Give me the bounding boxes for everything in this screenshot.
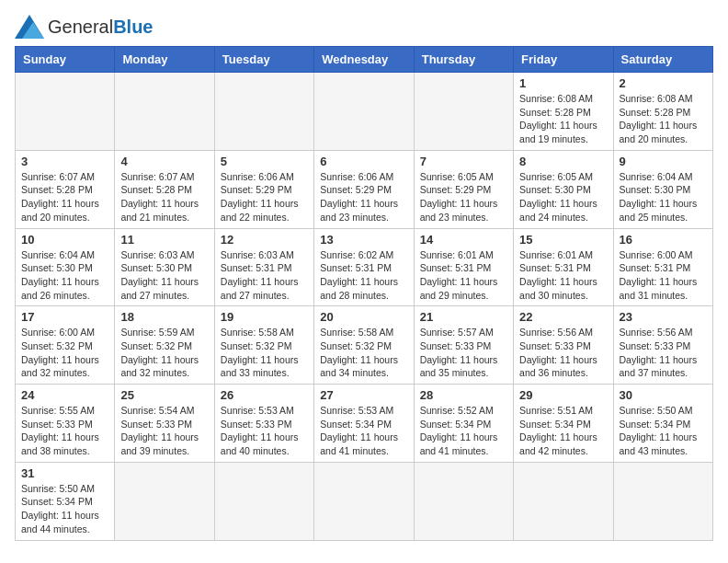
calendar-day-cell <box>16 73 115 151</box>
day-info: Sunrise: 6:01 AM Sunset: 5:31 PM Dayligh… <box>420 248 507 303</box>
day-number: 23 <box>620 310 707 324</box>
day-info: Sunrise: 5:51 AM Sunset: 5:34 PM Dayligh… <box>519 404 607 458</box>
calendar-day-cell: 11Sunrise: 6:03 AM Sunset: 5:30 PM Dayli… <box>115 228 214 306</box>
day-number: 13 <box>320 233 407 247</box>
calendar-day-cell: 12Sunrise: 6:03 AM Sunset: 5:31 PM Dayli… <box>214 228 313 306</box>
day-number: 31 <box>21 466 108 480</box>
day-number: 19 <box>221 310 308 324</box>
day-info: Sunrise: 5:55 AM Sunset: 5:33 PM Dayligh… <box>21 404 108 458</box>
calendar-day-cell: 20Sunrise: 5:58 AM Sunset: 5:32 PM Dayli… <box>314 306 414 385</box>
calendar-day-cell: 26Sunrise: 5:53 AM Sunset: 5:33 PM Dayli… <box>214 385 313 463</box>
day-info: Sunrise: 6:04 AM Sunset: 5:30 PM Dayligh… <box>21 248 108 303</box>
page-header: GeneralBlue <box>15 15 713 39</box>
logo-text: GeneralBlue <box>48 17 154 38</box>
day-info: Sunrise: 5:54 AM Sunset: 5:33 PM Dayligh… <box>120 404 208 458</box>
day-info: Sunrise: 6:00 AM Sunset: 5:32 PM Dayligh… <box>21 326 108 380</box>
day-info: Sunrise: 5:50 AM Sunset: 5:34 PM Dayligh… <box>21 482 108 536</box>
weekday-header-tuesday: Tuesday <box>214 47 313 73</box>
calendar-day-cell: 18Sunrise: 5:59 AM Sunset: 5:32 PM Dayli… <box>115 306 214 385</box>
day-number: 10 <box>21 233 108 247</box>
day-number: 26 <box>221 388 308 402</box>
day-number: 25 <box>120 388 208 402</box>
day-number: 7 <box>420 155 507 168</box>
day-number: 6 <box>320 155 407 168</box>
calendar-day-cell: 4Sunrise: 6:07 AM Sunset: 5:28 PM Daylig… <box>115 150 214 228</box>
day-info: Sunrise: 5:58 AM Sunset: 5:32 PM Dayligh… <box>320 326 407 380</box>
calendar-day-cell <box>214 73 313 151</box>
day-info: Sunrise: 5:53 AM Sunset: 5:33 PM Dayligh… <box>221 404 308 458</box>
day-number: 8 <box>519 155 607 168</box>
calendar-day-cell <box>613 462 712 540</box>
day-info: Sunrise: 6:05 AM Sunset: 5:30 PM Dayligh… <box>519 170 607 224</box>
day-info: Sunrise: 6:06 AM Sunset: 5:29 PM Dayligh… <box>221 170 308 224</box>
calendar-day-cell: 21Sunrise: 5:57 AM Sunset: 5:33 PM Dayli… <box>414 306 513 385</box>
day-info: Sunrise: 6:08 AM Sunset: 5:28 PM Dayligh… <box>519 92 607 146</box>
calendar-day-cell: 14Sunrise: 6:01 AM Sunset: 5:31 PM Dayli… <box>414 228 513 306</box>
day-number: 3 <box>21 155 108 168</box>
day-info: Sunrise: 6:03 AM Sunset: 5:30 PM Dayligh… <box>120 248 208 303</box>
day-number: 12 <box>221 233 308 247</box>
day-number: 2 <box>620 76 707 90</box>
calendar-day-cell: 6Sunrise: 6:06 AM Sunset: 5:29 PM Daylig… <box>314 150 414 228</box>
calendar-day-cell: 17Sunrise: 6:00 AM Sunset: 5:32 PM Dayli… <box>16 306 115 385</box>
day-number: 29 <box>519 388 607 402</box>
calendar-day-cell: 30Sunrise: 5:50 AM Sunset: 5:34 PM Dayli… <box>613 385 712 463</box>
day-number: 22 <box>519 310 607 324</box>
calendar-day-cell: 15Sunrise: 6:01 AM Sunset: 5:31 PM Dayli… <box>514 228 613 306</box>
day-number: 27 <box>320 388 407 402</box>
day-info: Sunrise: 5:50 AM Sunset: 5:34 PM Dayligh… <box>620 404 707 458</box>
calendar-day-cell <box>115 73 214 151</box>
day-info: Sunrise: 6:06 AM Sunset: 5:29 PM Dayligh… <box>320 170 407 224</box>
calendar-day-cell: 13Sunrise: 6:02 AM Sunset: 5:31 PM Dayli… <box>314 228 414 306</box>
logo-icon <box>15 15 44 39</box>
day-info: Sunrise: 5:58 AM Sunset: 5:32 PM Dayligh… <box>221 326 308 380</box>
day-number: 15 <box>519 233 607 247</box>
calendar-day-cell: 9Sunrise: 6:04 AM Sunset: 5:30 PM Daylig… <box>613 150 712 228</box>
day-number: 28 <box>420 388 507 402</box>
calendar-week-row: 24Sunrise: 5:55 AM Sunset: 5:33 PM Dayli… <box>16 385 713 463</box>
day-number: 30 <box>620 388 707 402</box>
calendar-day-cell <box>414 462 513 540</box>
day-number: 4 <box>120 155 208 168</box>
day-info: Sunrise: 5:52 AM Sunset: 5:34 PM Dayligh… <box>420 404 507 458</box>
weekday-header-friday: Friday <box>514 47 613 73</box>
calendar-day-cell <box>414 73 513 151</box>
day-number: 1 <box>519 76 607 90</box>
calendar-day-cell: 23Sunrise: 5:56 AM Sunset: 5:33 PM Dayli… <box>613 306 712 385</box>
day-info: Sunrise: 6:04 AM Sunset: 5:30 PM Dayligh… <box>620 170 707 224</box>
calendar-day-cell <box>314 462 414 540</box>
calendar-day-cell: 24Sunrise: 5:55 AM Sunset: 5:33 PM Dayli… <box>16 385 115 463</box>
day-info: Sunrise: 5:56 AM Sunset: 5:33 PM Dayligh… <box>620 326 707 380</box>
weekday-header-sunday: Sunday <box>16 47 115 73</box>
calendar-day-cell: 31Sunrise: 5:50 AM Sunset: 5:34 PM Dayli… <box>16 462 115 540</box>
calendar-day-cell: 8Sunrise: 6:05 AM Sunset: 5:30 PM Daylig… <box>514 150 613 228</box>
day-info: Sunrise: 6:07 AM Sunset: 5:28 PM Dayligh… <box>21 170 108 224</box>
calendar-day-cell: 5Sunrise: 6:06 AM Sunset: 5:29 PM Daylig… <box>214 150 313 228</box>
calendar-day-cell <box>314 73 414 151</box>
day-number: 14 <box>420 233 507 247</box>
calendar-day-cell: 1Sunrise: 6:08 AM Sunset: 5:28 PM Daylig… <box>514 73 613 151</box>
day-info: Sunrise: 6:03 AM Sunset: 5:31 PM Dayligh… <box>221 248 308 303</box>
calendar-day-cell: 27Sunrise: 5:53 AM Sunset: 5:34 PM Dayli… <box>314 385 414 463</box>
calendar-day-cell <box>214 462 313 540</box>
day-info: Sunrise: 6:08 AM Sunset: 5:28 PM Dayligh… <box>620 92 707 146</box>
calendar-week-row: 10Sunrise: 6:04 AM Sunset: 5:30 PM Dayli… <box>16 228 713 306</box>
calendar-week-row: 3Sunrise: 6:07 AM Sunset: 5:28 PM Daylig… <box>16 150 713 228</box>
day-info: Sunrise: 6:02 AM Sunset: 5:31 PM Dayligh… <box>320 248 407 303</box>
day-info: Sunrise: 5:53 AM Sunset: 5:34 PM Dayligh… <box>320 404 407 458</box>
calendar-day-cell: 19Sunrise: 5:58 AM Sunset: 5:32 PM Dayli… <box>214 306 313 385</box>
calendar-day-cell: 2Sunrise: 6:08 AM Sunset: 5:28 PM Daylig… <box>613 73 712 151</box>
weekday-header-thursday: Thursday <box>414 47 513 73</box>
day-info: Sunrise: 6:01 AM Sunset: 5:31 PM Dayligh… <box>519 248 607 303</box>
calendar-week-row: 1Sunrise: 6:08 AM Sunset: 5:28 PM Daylig… <box>16 73 713 151</box>
calendar-day-cell: 28Sunrise: 5:52 AM Sunset: 5:34 PM Dayli… <box>414 385 513 463</box>
day-info: Sunrise: 6:05 AM Sunset: 5:29 PM Dayligh… <box>420 170 507 224</box>
day-number: 18 <box>120 310 208 324</box>
day-info: Sunrise: 6:07 AM Sunset: 5:28 PM Dayligh… <box>120 170 208 224</box>
calendar-day-cell: 29Sunrise: 5:51 AM Sunset: 5:34 PM Dayli… <box>514 385 613 463</box>
day-info: Sunrise: 5:56 AM Sunset: 5:33 PM Dayligh… <box>519 326 607 380</box>
calendar-day-cell: 25Sunrise: 5:54 AM Sunset: 5:33 PM Dayli… <box>115 385 214 463</box>
day-info: Sunrise: 5:59 AM Sunset: 5:32 PM Dayligh… <box>120 326 208 380</box>
day-number: 16 <box>620 233 707 247</box>
day-number: 21 <box>420 310 507 324</box>
